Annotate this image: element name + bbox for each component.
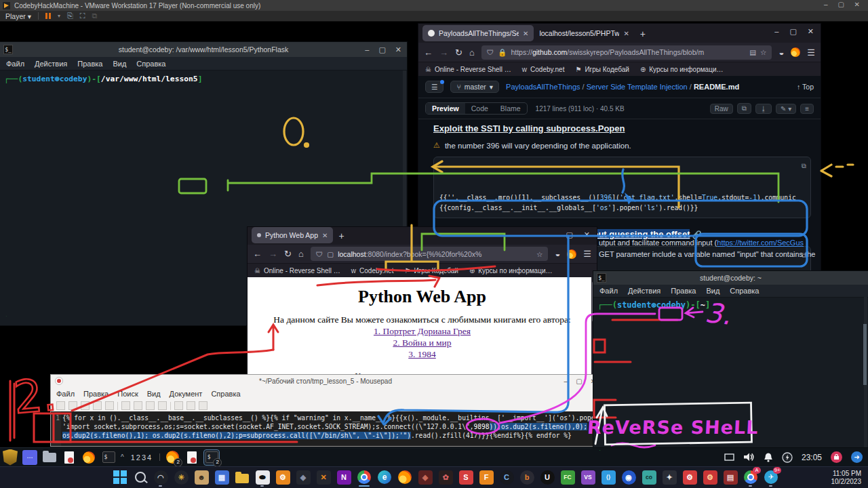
screen-lock-icon[interactable] (831, 451, 842, 463)
bookmark-item[interactable]: ⚑Игры Кодебай (575, 66, 629, 73)
red-gear-icon[interactable]: ⚙ (681, 468, 698, 486)
teal-app-icon[interactable]: co (640, 468, 658, 486)
home-button[interactable]: ⌂ (298, 249, 304, 259)
firefox-icon[interactable] (396, 468, 414, 486)
berry-app-icon[interactable]: ✿ (437, 468, 454, 486)
bookmark-item[interactable]: wCodeby.net (351, 267, 394, 274)
menu-item-Справка[interactable]: Справка (730, 287, 759, 295)
url-bar[interactable]: 🛡▢ localhost:8080/index?book={%%20for%20… (311, 247, 549, 261)
raw-button[interactable]: Raw (710, 104, 733, 114)
breadcrumb[interactable]: PayloadsAllTheThings / Server Side Templ… (506, 83, 739, 91)
minimize-button[interactable]: – (365, 45, 369, 54)
url-bar[interactable]: 🛡🔒 https://github.com/swisskyrepo/Payloa… (481, 45, 772, 60)
new-tab-button[interactable]: + (338, 230, 344, 241)
windows-clock[interactable]: 11:05 PM 10/2/2023 (831, 470, 862, 486)
onenote-icon[interactable]: N (335, 468, 353, 486)
top-button[interactable]: ↑ Top (797, 83, 814, 91)
tab-close-icon[interactable]: ✕ (623, 30, 629, 37)
bookmark-item[interactable]: ⚑Игры Кодебай (404, 267, 458, 274)
terminal-titlebar[interactable]: $_ student@codeby: /var/www/html/lesson5… (0, 42, 407, 57)
terminal-launcher-icon[interactable]: $ (101, 450, 116, 465)
edit-button[interactable]: ✎ ▾ (776, 104, 796, 114)
branch-selector[interactable]: ⑂ master ▾ (450, 81, 499, 93)
download-button[interactable]: ⭳ (755, 104, 772, 114)
darkred-app-icon[interactable]: ◈ (416, 468, 434, 486)
terminal-menubar[interactable]: ФайлДействияПравкаВидСправка (593, 285, 868, 298)
tab-close-icon[interactable]: ✕ (322, 232, 328, 239)
reader-mode-icon[interactable]: ▤ (749, 48, 756, 56)
pin-app-icon[interactable]: ◉ (620, 468, 637, 486)
bookmark-item[interactable]: ☠Online - Reverse Shell … (254, 267, 340, 274)
anchor-link-icon[interactable]: 🔗 (692, 230, 702, 239)
bird-app-icon[interactable]: ✦ (660, 468, 678, 486)
chrome-profile-icon[interactable]: A (742, 468, 760, 486)
panel-expand-icon[interactable]: ^ (121, 453, 124, 461)
mousepad-menubar[interactable]: ФайлПравкаПоискВидДокументСправка (51, 388, 600, 400)
tab-python-web-app[interactable]: Python Web App✕ (252, 227, 333, 243)
bookmark-item[interactable]: wCodeby.net (522, 66, 565, 73)
tab-github[interactable]: PayloadsAllTheThings/Se✕ (422, 25, 534, 41)
calendar-icon[interactable]: ▦ (213, 468, 231, 486)
maximize-button[interactable]: ▢ (576, 378, 582, 385)
workspace-switcher[interactable]: 1234 (131, 453, 153, 462)
file-explorer-icon[interactable] (233, 468, 251, 486)
minimize-button[interactable]: – (564, 378, 568, 385)
copy-code-icon[interactable]: ⧉ (802, 161, 806, 171)
minimize-button[interactable]: – (551, 230, 555, 239)
home-button[interactable]: ⌂ (469, 47, 475, 58)
search-button[interactable] (132, 468, 149, 486)
fullscreen-button[interactable]: ⛶ (80, 12, 85, 20)
menu-item-Вид[interactable]: Вид (706, 287, 719, 295)
terminal-output[interactable]: ┌──(student⊛codeby)-[~]└─$ nc -nvlp 9898… (593, 298, 868, 451)
edge-icon[interactable]: e (376, 468, 393, 486)
suspend-button[interactable] (45, 13, 51, 19)
updates-icon[interactable]: ➜ (851, 451, 863, 463)
mousepad-editor[interactable]: 1 {% for x in ().__class__.__base__.__su… (51, 411, 600, 446)
firefox-account-icon[interactable] (791, 47, 800, 57)
menu-icon[interactable]: ☰ (583, 249, 591, 259)
tab-blame[interactable]: Blame (494, 103, 527, 114)
forward-button[interactable]: → (269, 249, 277, 259)
maximize-button[interactable]: ▢ (566, 230, 572, 239)
bookmark-item[interactable]: ⊕Курсы по информаци… (469, 267, 553, 274)
toolbox-icon[interactable]: ▤ (722, 468, 739, 486)
menu-item-Вид[interactable]: Вид (113, 60, 126, 68)
suspend-dropdown[interactable]: ▾ (58, 13, 60, 19)
taskbar-firefox-window[interactable]: 2 (165, 450, 180, 465)
cinema4d-icon[interactable]: C (498, 468, 515, 486)
menu-icon[interactable]: ☰ (807, 47, 815, 58)
player-menu[interactable]: Player ▾ (5, 12, 31, 20)
f-folder-icon[interactable]: F (477, 468, 495, 486)
tab-preview[interactable]: Preview (426, 103, 465, 114)
minimize-button[interactable]: – (774, 27, 778, 36)
codeby-crest-icon[interactable] (3, 449, 18, 466)
view-switcher[interactable]: Preview Code Blame (425, 102, 528, 115)
menu-item-Файл[interactable]: Файл (56, 390, 75, 398)
forward-button[interactable]: → (439, 47, 448, 58)
terminal-menubar[interactable]: ФайлДействияПравкаВидСправка (0, 57, 407, 70)
back-button[interactable]: ← (424, 47, 433, 58)
terminal-scrollbar[interactable] (864, 297, 867, 447)
unreal-icon[interactable]: U (538, 468, 556, 486)
taskbar-mousepad-window[interactable] (184, 450, 199, 465)
sidebar-toggle-button[interactable]: ☰ (425, 81, 443, 93)
vmware-window-controls[interactable]: – ▢ ✕ (824, 1, 864, 8)
section-heading-1[interactable]: Exploit the SSTI by calling subprocess.P… (433, 123, 625, 134)
start-button[interactable] (111, 468, 129, 486)
new-tab-button[interactable]: + (640, 28, 646, 39)
tab-localhost[interactable]: localhost/lesson5/PHPTwig/✕ (534, 25, 634, 41)
terminal-titlebar[interactable]: $_ student@codeby: ~ (593, 271, 868, 285)
tab-code[interactable]: Code (465, 103, 494, 114)
s-app-icon[interactable]: S (457, 468, 475, 486)
red-gear2-icon[interactable]: ⚙ (701, 468, 719, 486)
file-manager-icon[interactable] (42, 450, 57, 465)
visual-studio-icon[interactable]: VS (579, 468, 597, 486)
bookmarks-bar[interactable]: ☠Online - Reverse Shell …wCodeby.net⚑Игр… (248, 263, 597, 277)
fc-app-icon[interactable]: FC (559, 468, 576, 486)
menu-item-Правка[interactable]: Правка (671, 287, 696, 295)
reload-button[interactable]: ↻ (455, 47, 462, 58)
app-launcher-icon[interactable]: ⋯ (22, 450, 37, 465)
show-desktop-icon[interactable] (724, 453, 734, 462)
menu-item-Файл[interactable]: Файл (599, 287, 618, 295)
menu-item-Справка[interactable]: Справка (211, 390, 240, 398)
